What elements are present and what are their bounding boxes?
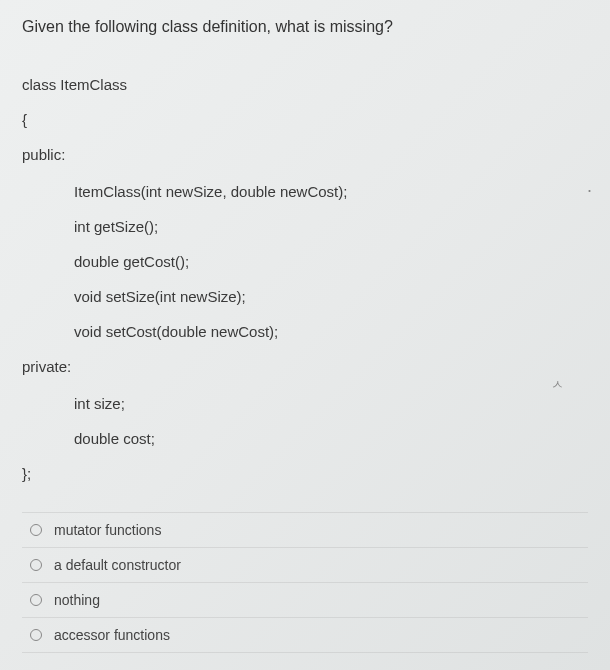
option-b[interactable]: a default constructor	[22, 547, 588, 582]
code-line: double getCost();	[22, 251, 588, 272]
option-d[interactable]: accessor functions	[22, 617, 588, 653]
option-c[interactable]: nothing	[22, 582, 588, 617]
code-block: class ItemClass { public: ItemClass(int …	[22, 74, 588, 484]
artifact-mark: ㅅ	[551, 376, 564, 394]
code-line: int getSize();	[22, 216, 588, 237]
code-line: public:	[22, 144, 588, 165]
radio-icon	[30, 559, 42, 571]
code-line: };	[22, 463, 588, 484]
code-line: private:	[22, 356, 588, 377]
code-line: void setSize(int newSize);	[22, 286, 588, 307]
artifact-mark: ·	[587, 180, 592, 201]
code-line: int size;	[22, 393, 588, 414]
option-a[interactable]: mutator functions	[22, 512, 588, 547]
option-label: nothing	[54, 592, 100, 608]
code-line: class ItemClass	[22, 74, 588, 95]
code-line: {	[22, 109, 588, 130]
radio-icon	[30, 524, 42, 536]
radio-icon	[30, 594, 42, 606]
option-label: a default constructor	[54, 557, 181, 573]
question-prompt: Given the following class definition, wh…	[22, 18, 588, 36]
code-line: ItemClass(int newSize, double newCost);	[22, 181, 588, 202]
code-line: void setCost(double newCost);	[22, 321, 588, 342]
option-label: accessor functions	[54, 627, 170, 643]
option-label: mutator functions	[54, 522, 161, 538]
radio-icon	[30, 629, 42, 641]
code-line: double cost;	[22, 428, 588, 449]
answer-options: mutator functions a default constructor …	[22, 512, 588, 653]
